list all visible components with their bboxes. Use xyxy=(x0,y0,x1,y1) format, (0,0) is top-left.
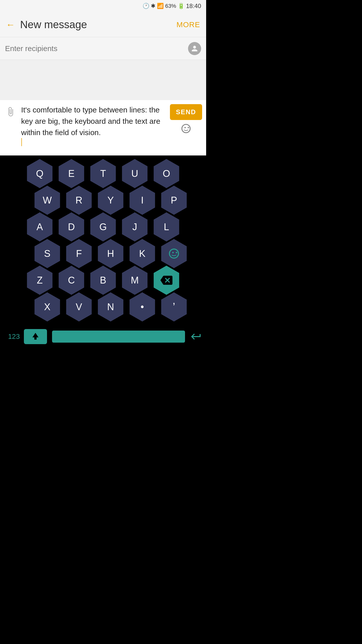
status-icons: 🕐 ✱ 📶 63% 🔋 18:40 xyxy=(143,3,201,10)
contact-icon[interactable] xyxy=(188,42,201,55)
clock-icon: 🕐 xyxy=(143,3,149,9)
key-K[interactable]: K xyxy=(127,239,157,268)
emoji-button[interactable] xyxy=(180,123,192,136)
key-123[interactable]: 123 xyxy=(4,330,24,343)
key-L[interactable]: L xyxy=(152,212,181,242)
send-button[interactable]: SEND xyxy=(170,104,202,120)
battery-icon: 🔋 xyxy=(178,3,185,9)
key-M[interactable]: M xyxy=(120,266,150,295)
key-W[interactable]: W xyxy=(32,186,62,215)
key-Z[interactable]: Z xyxy=(25,266,55,295)
key-Q[interactable]: Q xyxy=(25,159,55,188)
key-row-6: X V N • ’ xyxy=(17,291,204,323)
bluetooth-icon: ✱ xyxy=(151,3,155,9)
key-T[interactable]: T xyxy=(88,159,118,188)
key-D[interactable]: D xyxy=(57,212,86,242)
key-P[interactable]: P xyxy=(159,186,189,215)
status-bar: 🕐 ✱ 📶 63% 🔋 18:40 xyxy=(0,0,206,12)
battery-text: 63% xyxy=(165,3,176,9)
key-H[interactable]: H xyxy=(96,239,125,268)
key-space[interactable] xyxy=(52,331,185,343)
message-text: It's comfortable to type between lines: … xyxy=(21,104,166,138)
header-left: ← New message xyxy=(6,19,87,31)
key-U[interactable]: U xyxy=(120,159,150,188)
page-title: New message xyxy=(20,19,87,31)
key-I[interactable]: I xyxy=(127,186,157,215)
key-F[interactable]: F xyxy=(64,239,94,268)
status-time: 18:40 xyxy=(186,3,201,10)
key-row-2: W R Y I P xyxy=(17,185,204,216)
recipients-area xyxy=(0,37,206,60)
key-A[interactable]: A xyxy=(25,212,55,242)
key-N[interactable]: N xyxy=(96,292,125,321)
more-button[interactable]: MORE xyxy=(176,20,200,29)
key-row-4: S F H K xyxy=(17,238,204,269)
app-header: ← New message MORE xyxy=(0,12,206,37)
key-X[interactable]: X xyxy=(32,292,62,321)
key-V[interactable]: V xyxy=(64,292,94,321)
attach-icon[interactable] xyxy=(4,105,17,118)
key-Y[interactable]: Y xyxy=(96,186,125,215)
wifi-icon: 📶 xyxy=(157,3,164,9)
keyboard: Q E T U O W R Y I P A D G J L S F H K xyxy=(0,155,206,349)
keyboard-bottom-row: 123 xyxy=(0,326,206,349)
key-R[interactable]: R xyxy=(64,186,94,215)
key-apostrophe[interactable]: ’ xyxy=(159,292,189,321)
key-C[interactable]: C xyxy=(57,266,86,295)
key-emoji-smiley[interactable] xyxy=(159,239,189,268)
key-dot[interactable]: • xyxy=(127,292,157,321)
key-B[interactable]: B xyxy=(88,266,118,295)
message-body-area xyxy=(0,60,206,100)
key-E[interactable]: E xyxy=(57,159,86,188)
hex-keyboard-area: Q E T U O W R Y I P A D G J L S F H K xyxy=(0,158,206,323)
key-O[interactable]: O xyxy=(152,159,181,188)
recipients-input[interactable] xyxy=(5,44,188,53)
key-S[interactable]: S xyxy=(32,239,62,268)
key-enter[interactable] xyxy=(190,331,202,343)
compose-area: It's comfortable to type between lines: … xyxy=(0,100,206,155)
key-shift[interactable] xyxy=(24,329,47,344)
key-G[interactable]: G xyxy=(88,212,118,242)
key-backspace[interactable] xyxy=(152,266,181,295)
text-cursor xyxy=(21,138,22,146)
key-J[interactable]: J xyxy=(120,212,150,242)
back-button[interactable]: ← xyxy=(6,19,15,30)
